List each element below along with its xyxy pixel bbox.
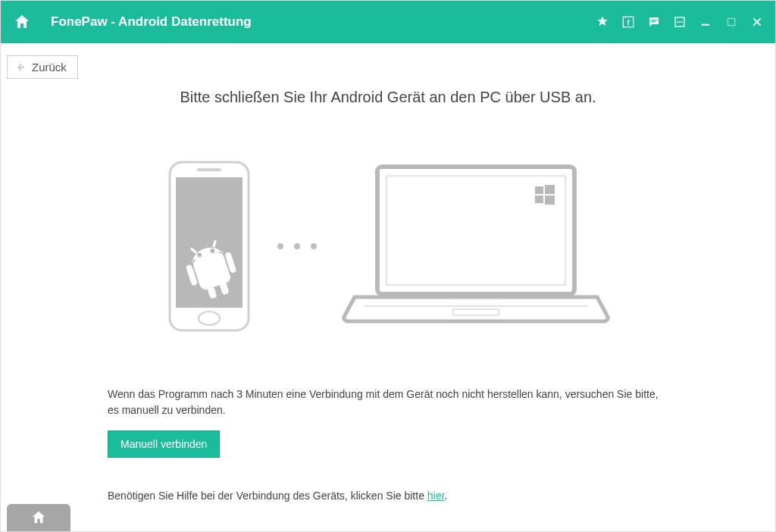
svg-rect-23 (535, 186, 543, 194)
svg-rect-25 (535, 196, 543, 203)
minimize-button[interactable] (698, 14, 713, 30)
help-link[interactable]: hier (427, 490, 445, 502)
titlebar: FonePaw - Android Datenrettung f (1, 1, 775, 43)
help-prefix: Benötigen Sie Hilfe bei der Verbindung d… (108, 490, 427, 502)
connection-dots-icon (277, 243, 317, 249)
premium-icon[interactable] (595, 14, 610, 30)
help-suffix: . (444, 490, 447, 502)
page-headline: Bitte schließen Sie Ihr Android Gerät an… (1, 89, 775, 106)
svg-point-11 (199, 311, 220, 325)
home-button[interactable] (11, 11, 33, 33)
arrow-left-icon (15, 63, 26, 72)
main-content: Bitte schließen Sie Ihr Android Gerät an… (1, 43, 775, 504)
menu-icon[interactable] (672, 14, 687, 30)
help-line: Benötigen Sie Hilfe bei der Verbindung d… (108, 488, 668, 504)
footer-home-tab[interactable] (7, 504, 70, 531)
svg-point-5 (681, 21, 683, 23)
svg-text:f: f (627, 19, 630, 27)
svg-rect-7 (728, 18, 734, 25)
back-button[interactable]: Zurück (7, 55, 78, 79)
svg-rect-24 (545, 185, 555, 194)
manual-connect-button[interactable]: Manuell verbinden (108, 430, 220, 458)
svg-point-4 (679, 21, 681, 23)
maximize-button[interactable] (724, 14, 739, 30)
feedback-icon[interactable] (646, 14, 662, 30)
back-label: Zurück (32, 61, 67, 74)
home-icon (30, 509, 47, 526)
facebook-icon[interactable]: f (621, 14, 636, 30)
svg-rect-6 (702, 24, 710, 26)
close-button[interactable] (749, 14, 765, 30)
app-title: FonePaw - Android Datenrettung (51, 14, 595, 30)
svg-rect-26 (545, 196, 555, 205)
description-block: Wenn das Programm nach 3 Minuten eine Ve… (108, 386, 668, 504)
instruction-text: Wenn das Programm nach 3 Minuten eine Ve… (108, 386, 668, 418)
svg-rect-10 (197, 168, 221, 171)
laptop-icon (340, 159, 612, 333)
home-icon (13, 13, 31, 31)
connection-illustration (1, 159, 775, 333)
window-controls: f (595, 14, 765, 30)
svg-point-3 (677, 21, 678, 23)
phone-icon (164, 159, 255, 333)
svg-rect-28 (453, 309, 499, 315)
